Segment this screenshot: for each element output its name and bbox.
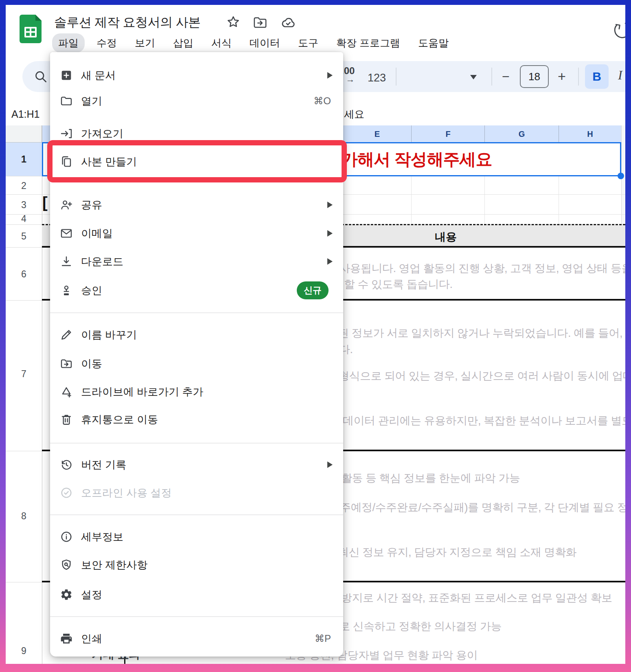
menu-view[interactable]: 보기 [129,33,161,53]
menubar: 파일 수정 보기 삽입 서식 데이터 도구 확장 프로그램 도움말 [52,33,455,53]
cell-a3-fragment[interactable]: [ [42,194,48,211]
decrease-font-size-button[interactable]: − [502,69,510,84]
cell-text: 된 정보가 서로 일치하지 않거나 누락되었습니다. 예를 들어, 영업 [338,326,625,340]
new-badge: 신규 [297,281,329,299]
trash-icon [60,413,73,426]
menu-item-settings[interactable]: 설정 [50,582,343,607]
document-title[interactable]: 솔루션 제작 요청서의 사본 [54,14,201,31]
gear-icon [60,588,73,601]
folder-icon [60,94,73,108]
menu-item-print[interactable]: 인쇄 ⌘P [50,626,343,651]
cell-text: 사용됩니다. 영업 활동의 진행 상황, 고객 정보, 영업 상태 등을 [339,261,625,276]
menu-item-details[interactable]: 세부정보 [50,525,343,549]
approval-stamp-icon [60,284,73,297]
cell-text: 형식으로 되어 있는 경우, 실시간으로 여러 사람이 동시에 업데이 [338,369,625,383]
column-header-g[interactable]: G [484,125,559,143]
row5-header-label: 내용 [344,230,548,244]
info-icon [60,530,73,543]
menu-item-move[interactable]: 이동 [50,351,343,376]
menu-item-offline[interactable]: 오프라인 사용 설정 [50,481,343,505]
version-history-icon [60,458,73,471]
menu-edit[interactable]: 수정 [90,33,123,53]
star-icon[interactable] [226,15,240,29]
search-icon[interactable] [33,69,48,84]
move-folder-icon[interactable] [253,16,267,29]
menu-data[interactable]: 데이터 [243,33,286,53]
row-header-3[interactable]: 3 [6,200,42,211]
row-header-7[interactable]: 7 [6,369,42,380]
cell-text: 활동 등 핵심 정보를 한눈에 파악 가능 [341,471,520,485]
cell-text: 데이터 관리에는 유용하지만, 복잡한 분석이나 보고서를 별도 [343,413,625,428]
menu-help[interactable]: 도움말 [412,33,455,53]
window-frame: 솔루션 제작 요청서의 사본 파일 수정 보기 삽입 [0,0,631,672]
menu-tools[interactable]: 도구 [292,33,324,53]
italic-button[interactable]: I [618,68,622,83]
menu-insert[interactable]: 삽입 [167,33,199,53]
row-header-9[interactable]: 9 [6,646,42,657]
menu-item-rename[interactable]: 이름 바꾸기 [50,323,343,347]
cell-text: 방지로 시간 절약, 표준화된 프로세스로 업무 일관성 확보 [341,591,612,605]
import-icon [60,127,73,140]
submenu-arrow-icon [327,461,333,468]
row-header-6[interactable]: 6 [6,269,42,280]
download-icon [60,255,73,268]
bold-button[interactable]: B [585,64,609,89]
submenu-arrow-icon [327,230,333,237]
menu-format[interactable]: 서식 [205,33,238,53]
decimal-arrow-icon: → [341,75,355,84]
number-format-button[interactable]: 123 [368,72,386,84]
menu-item-email[interactable]: 이메일 [50,221,343,246]
printer-icon [60,632,73,645]
new-document-icon [60,69,73,82]
person-add-icon [60,198,73,211]
menu-item-new[interactable]: 새 문서 [50,63,343,88]
envelope-icon [60,227,73,240]
font-dropdown-caret-icon[interactable] [470,75,477,79]
menu-item-approvals[interactable]: 승인 신규 [50,278,343,303]
cell-text: 할 수 있도록 돕습니다. [344,277,453,292]
row-header-4[interactable]: 4 [6,213,42,225]
row-header-2[interactable]: 2 [6,180,42,191]
increase-decimal-button[interactable]: .00 → [341,66,355,84]
increase-font-size-button[interactable]: + [558,68,566,84]
font-size-input[interactable]: 18 [520,65,549,88]
submenu-arrow-icon [327,258,333,265]
submenu-arrow-icon [327,72,333,79]
annotation-highlight-box [47,140,347,182]
drive-add-icon [60,385,73,398]
cell-text: 주예정/수주완료/수주실패)를 명확히 구분, 각 단계별 필요 정보 [340,500,625,515]
column-header-e[interactable]: E [343,125,411,143]
menu-extensions[interactable]: 확장 프로그램 [330,33,406,53]
menu-item-trash[interactable]: 휴지통으로 이동 [50,407,343,432]
sheets-logo-icon [20,15,42,43]
menu-item-add-shortcut-drive[interactable]: 드라이브에 바로가기 추가 [50,380,343,404]
cell-text: 로 신속하고 정확한 의사결정 가능 [339,619,502,634]
name-box[interactable]: A1:H1 [11,108,39,120]
offline-check-icon [60,486,73,499]
move-folder-icon [60,357,73,370]
pencil-icon [60,328,73,341]
cell-text: 최신 정보 유지, 담당자 지정으로 책임 소재 명확화 [338,545,576,560]
history-icon[interactable] [612,20,625,41]
menu-item-open[interactable]: 열기 ⌘O [50,89,343,113]
menu-item-share[interactable]: 공유 [50,193,343,217]
menu-file[interactable]: 파일 [52,33,85,53]
submenu-arrow-icon [327,202,333,208]
row-header-5[interactable]: 5 [6,231,42,242]
fill-handle[interactable] [618,173,624,179]
row-header-1[interactable]: 1 [6,143,42,176]
menu-item-security-limitations[interactable]: 보안 제한사항 [50,553,343,577]
menu-item-download[interactable]: 다운로드 [50,249,343,274]
menu-item-version-history[interactable]: 버전 기록 [50,452,343,477]
column-header-f[interactable]: F [411,125,484,143]
security-shield-icon [60,558,73,571]
cloud-check-icon [281,16,296,29]
formula-input-fragment[interactable]: 세요 [344,108,364,121]
column-header-h[interactable]: H [559,125,621,143]
row-header-8[interactable]: 8 [6,511,42,522]
select-all-corner[interactable] [6,125,42,143]
sheets-app: 솔루션 제작 요청서의 사본 파일 수정 보기 삽입 [6,5,625,664]
